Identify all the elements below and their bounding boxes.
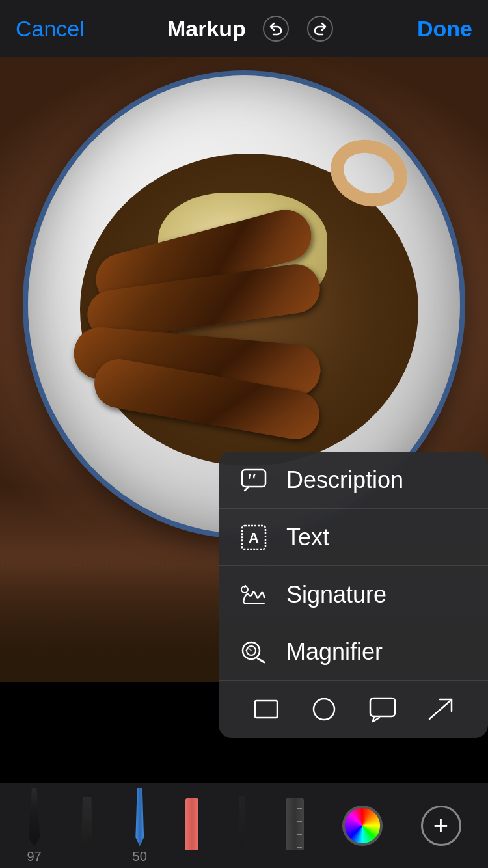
add-tool-button[interactable]: + — [421, 806, 461, 846]
svg-point-7 — [314, 699, 334, 720]
menu-item-text[interactable]: A Text — [219, 509, 488, 566]
signature-icon — [237, 578, 271, 612]
page-title: Markup — [167, 16, 246, 42]
svg-line-9 — [429, 701, 450, 719]
redo-button[interactable] — [306, 14, 334, 43]
circle-shape-btn[interactable] — [307, 692, 341, 726]
speech-shape-btn[interactable] — [366, 692, 400, 726]
speech-bubble-icon — [237, 463, 271, 497]
menu-label-signature: Signature — [286, 581, 386, 608]
svg-rect-8 — [370, 698, 395, 716]
text-box-icon: A — [237, 521, 271, 554]
magnifier-icon — [237, 635, 271, 669]
tool-fountain-pen[interactable] — [237, 796, 247, 856]
add-menu-dropdown: Description A Text Signature — [219, 452, 488, 738]
marker-icon — [80, 797, 94, 852]
nav-title-group: Markup — [167, 14, 334, 43]
tool-ruler[interactable] — [286, 798, 304, 853]
undo-button[interactable] — [262, 14, 290, 43]
menu-label-description: Description — [286, 467, 403, 494]
pencil-icon — [135, 788, 145, 847]
pencil-label: 50 — [133, 849, 147, 864]
svg-text:A: A — [249, 530, 259, 546]
tool-pen[interactable]: 97 — [27, 788, 41, 864]
undo-icon — [263, 16, 289, 42]
menu-item-description[interactable]: Description — [219, 452, 488, 509]
svg-rect-6 — [255, 701, 277, 718]
pen-label: 97 — [27, 849, 41, 864]
nav-bar: Cancel Markup Done — [0, 0, 488, 57]
redo-icon — [307, 16, 333, 42]
done-button[interactable]: Done — [417, 16, 472, 42]
fountain-pen-icon — [237, 796, 247, 853]
menu-label-magnifier: Magnifier — [286, 638, 383, 666]
tool-marker[interactable] — [80, 797, 94, 855]
menu-item-magnifier[interactable]: Magnifier — [219, 623, 488, 681]
menu-item-signature[interactable]: Signature — [219, 566, 488, 623]
color-wheel-button[interactable] — [342, 806, 383, 846]
arrow-shape-btn[interactable] — [424, 692, 457, 726]
tool-crayon[interactable] — [185, 798, 198, 853]
shapes-row — [219, 681, 488, 738]
menu-label-text: Text — [286, 524, 329, 551]
rectangle-shape-btn[interactable] — [249, 692, 283, 726]
ruler-ticks — [297, 798, 302, 850]
ruler-icon — [286, 798, 304, 850]
pen-icon — [29, 788, 40, 847]
add-icon: + — [433, 811, 448, 841]
tool-pencil[interactable]: 50 — [133, 788, 147, 864]
crayon-icon — [185, 798, 198, 850]
cancel-button[interactable]: Cancel — [16, 16, 85, 42]
bottom-toolbar: 97 50 — [0, 783, 488, 868]
